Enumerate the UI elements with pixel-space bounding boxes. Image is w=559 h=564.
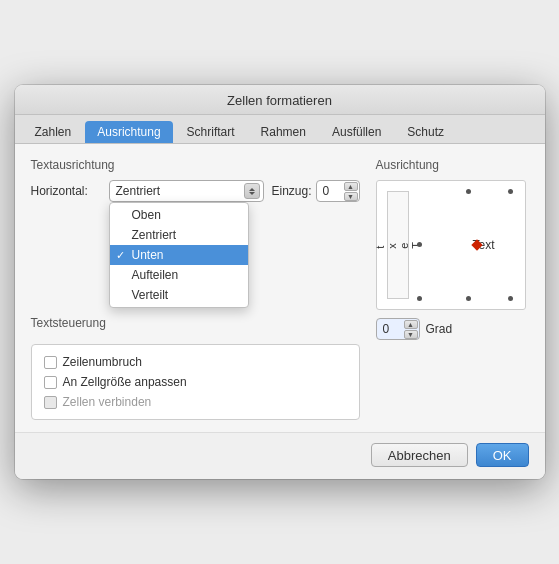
- arrow-up-icon: [249, 188, 255, 191]
- verbinden-label: Zellen verbinden: [63, 395, 152, 409]
- left-panel: Textausrichtung Horizontal: Zentriert: [31, 158, 360, 420]
- tab-zahlen[interactable]: Zahlen: [23, 121, 84, 143]
- spin-up-button[interactable]: ▲: [344, 182, 358, 191]
- einzug-spinner: ▲ ▼: [316, 180, 360, 202]
- tab-ausfullen[interactable]: Ausfüllen: [320, 121, 393, 143]
- dropdown-item-label: Zentriert: [132, 228, 177, 242]
- einzug-label: Einzug:: [272, 184, 312, 198]
- verbinden-checkbox: [44, 396, 57, 409]
- grad-input-wrapper: ▲ ▼: [376, 318, 420, 340]
- textausrichtung-title: Textausrichtung: [31, 158, 360, 172]
- vertical-text-box: Text: [387, 191, 409, 299]
- dropdown-item-aufteilen[interactable]: Aufteilen: [110, 265, 248, 285]
- dot-bottom-center: [466, 296, 471, 301]
- horizontal-text-area: Text: [473, 238, 495, 252]
- dropdown-item-label: Aufteilen: [132, 268, 179, 282]
- textsteuerung-title: Textsteuerung: [31, 316, 360, 330]
- dropdown-menu: Oben Zentriert ✓ Unten: [109, 202, 249, 308]
- dot-left: [417, 242, 422, 247]
- horizontal-dropdown-wrapper: Zentriert Oben: [109, 180, 264, 202]
- grad-label: Grad: [426, 322, 453, 336]
- checkmark-icon: ✓: [116, 249, 125, 262]
- dropdown-item-label: Oben: [132, 208, 161, 222]
- grad-spinner-arrows: ▲ ▼: [404, 319, 418, 339]
- horizontal-label: Horizontal:: [31, 184, 101, 198]
- dialog: Zellen formatieren Zahlen Ausrichtung Sc…: [15, 85, 545, 479]
- textsteuerung-box: Zeilenumbruch An Zellgröße anpassen Zell…: [31, 344, 360, 420]
- dropdown-item-zentriert[interactable]: Zentriert: [110, 225, 248, 245]
- dropdown-item-unten[interactable]: ✓ Unten: [110, 245, 248, 265]
- zellgrosse-label: An Zellgröße anpassen: [63, 375, 187, 389]
- dropdown-item-label: Unten: [132, 248, 164, 262]
- tab-rahmen[interactable]: Rahmen: [249, 121, 318, 143]
- zeilenumbruch-label: Zeilenumbruch: [63, 355, 142, 369]
- horizontal-dropdown[interactable]: Zentriert: [109, 180, 264, 202]
- dot-top: [466, 189, 471, 194]
- zellgrosse-checkbox[interactable]: [44, 376, 57, 389]
- main-content: Textausrichtung Horizontal: Zentriert: [15, 144, 545, 432]
- ausrichtung-title: Ausrichtung: [376, 158, 529, 172]
- dropdown-item-label: Verteilt: [132, 288, 169, 302]
- zeilenumbruch-checkbox[interactable]: [44, 356, 57, 369]
- dot-top-right: [508, 189, 513, 194]
- grad-spin-up-button[interactable]: ▲: [404, 320, 418, 329]
- cancel-button[interactable]: Abbrechen: [371, 443, 468, 467]
- vertical-text: Text: [374, 241, 422, 249]
- checkbox-row-zellgrosse: An Zellgröße anpassen: [44, 375, 347, 389]
- ok-button[interactable]: OK: [476, 443, 529, 467]
- spin-down-button[interactable]: ▼: [344, 192, 358, 201]
- checkbox-row-verbinden: Zellen verbinden: [44, 395, 347, 409]
- title-bar: Zellen formatieren: [15, 85, 545, 115]
- orientation-box: Text Text: [376, 180, 526, 310]
- dialog-title: Zellen formatieren: [227, 93, 332, 108]
- right-panel: Ausrichtung Text: [376, 158, 529, 420]
- grad-row: ▲ ▼ Grad: [376, 318, 529, 340]
- horizontal-value: Zentriert: [116, 184, 161, 198]
- dropdown-item-oben[interactable]: Oben: [110, 205, 248, 225]
- tabs-bar: Zahlen Ausrichtung Schriftart Rahmen Aus…: [15, 115, 545, 144]
- tab-schutz[interactable]: Schutz: [395, 121, 456, 143]
- checkbox-row-zeilenumbruch: Zeilenumbruch: [44, 355, 347, 369]
- textsteuerung-section: Textsteuerung Zeilenumbruch An Zellgröße…: [31, 316, 360, 420]
- dropdown-item-verteilt[interactable]: Verteilt: [110, 285, 248, 305]
- dialog-footer: Abbrechen OK: [15, 432, 545, 479]
- tab-ausrichtung[interactable]: Ausrichtung: [85, 121, 172, 143]
- arrow-down-icon: [249, 192, 255, 195]
- tab-schriftart[interactable]: Schriftart: [175, 121, 247, 143]
- spinner-arrows: ▲ ▼: [344, 181, 358, 201]
- dot-bottom-right: [508, 296, 513, 301]
- dropdown-arrow: [244, 183, 260, 199]
- grad-spin-down-button[interactable]: ▼: [404, 330, 418, 339]
- dot-bottom-left: [417, 296, 422, 301]
- horizontal-row: Horizontal: Zentriert: [31, 180, 360, 202]
